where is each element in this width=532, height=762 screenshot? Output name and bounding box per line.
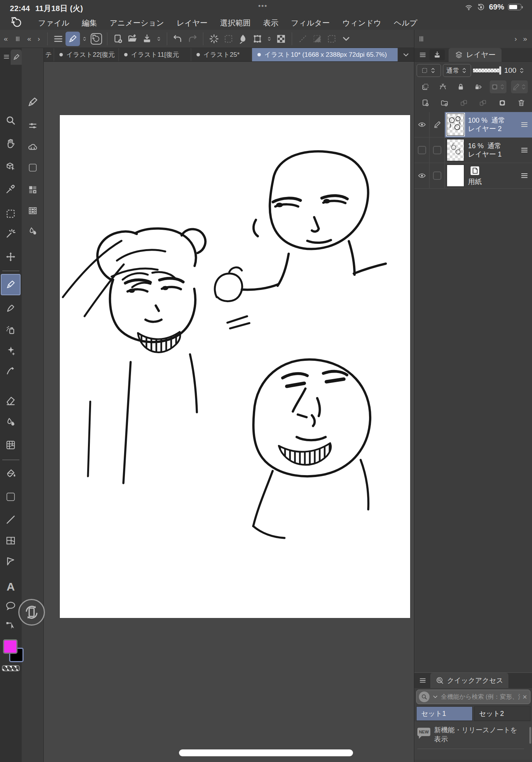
current-tool-button[interactable] bbox=[66, 32, 80, 46]
lock-layer-button[interactable] bbox=[454, 80, 467, 93]
crop-selection-button[interactable] bbox=[296, 32, 310, 46]
paper-thumbnail[interactable] bbox=[447, 165, 464, 187]
dock-cloud-icon[interactable] bbox=[25, 140, 40, 155]
tool-gradient[interactable] bbox=[3, 489, 18, 504]
tool-marker[interactable] bbox=[3, 301, 18, 316]
document-tab-2[interactable]: イラスト11[復元 bbox=[119, 48, 191, 61]
layer-color-combo[interactable] bbox=[417, 64, 441, 77]
layer-visibility-cell[interactable] bbox=[414, 138, 430, 163]
layer-row-paper[interactable]: 用紙 bbox=[414, 163, 532, 189]
panel-collapse-icon[interactable]: › bbox=[514, 35, 517, 43]
tool-frame-border[interactable] bbox=[3, 533, 18, 548]
layer-edit-cell[interactable] bbox=[430, 112, 445, 138]
save-button[interactable] bbox=[140, 32, 154, 46]
tool-balloon[interactable] bbox=[3, 598, 18, 613]
menu-file[interactable]: ファイル bbox=[38, 18, 69, 28]
dock-tool-property-icon[interactable] bbox=[25, 94, 40, 110]
transform-button[interactable] bbox=[250, 32, 265, 46]
show-mask-area-button[interactable] bbox=[511, 80, 528, 93]
canvas-area[interactable] bbox=[44, 62, 414, 762]
tool-zoom[interactable] bbox=[3, 113, 18, 128]
layer-thumbnail[interactable] bbox=[447, 139, 464, 161]
new-canvas-button[interactable] bbox=[111, 32, 125, 46]
lock-transparent-pixels-button[interactable] bbox=[472, 80, 485, 93]
tool-palette-menu-icon[interactable] bbox=[3, 53, 10, 60]
tool-polyline[interactable] bbox=[3, 553, 18, 568]
set-tab-1[interactable]: セット1 bbox=[416, 706, 473, 721]
main-menu-button[interactable] bbox=[51, 32, 66, 46]
transfer-to-layer-button[interactable] bbox=[476, 96, 489, 109]
opacity-updown-icon[interactable] bbox=[518, 67, 525, 74]
tool-fill[interactable] bbox=[3, 466, 18, 481]
tool-decoration[interactable] bbox=[3, 343, 18, 359]
new-folder-button[interactable] bbox=[438, 96, 451, 109]
enable-mask-button[interactable] bbox=[490, 80, 506, 93]
tool-move-layer[interactable] bbox=[3, 249, 18, 264]
palette-dock-button[interactable] bbox=[430, 50, 445, 60]
tool-pen-selected[interactable] bbox=[1, 274, 21, 295]
tool-correct-line[interactable] bbox=[3, 618, 18, 633]
dock-timeline-icon[interactable] bbox=[25, 203, 40, 218]
dock-brush-settings-icon[interactable] bbox=[25, 118, 40, 133]
opacity-slider[interactable] bbox=[473, 69, 501, 72]
quick-access-tab[interactable]: クイックアクセス bbox=[430, 673, 508, 688]
document-tab-active[interactable]: イラスト10* (1668 x 2388px 72dpi 65.7%) bbox=[252, 48, 398, 61]
snap-to-ruler-button[interactable] bbox=[436, 80, 449, 93]
merge-down-button[interactable] bbox=[457, 96, 470, 109]
blend-mode-combo[interactable]: 通常 bbox=[443, 64, 471, 77]
tool-eraser[interactable] bbox=[3, 393, 18, 408]
tool-palette-tab[interactable] bbox=[11, 50, 22, 65]
dock-gradient-map-icon[interactable] bbox=[25, 160, 40, 175]
selection-border-button[interactable] bbox=[324, 32, 339, 46]
drag-grip-icon[interactable] bbox=[14, 35, 21, 42]
clear-button[interactable] bbox=[236, 32, 250, 46]
document-tab-overflow[interactable]: テ bbox=[44, 48, 54, 61]
undo-button[interactable] bbox=[171, 32, 185, 46]
layer-edit-cell[interactable] bbox=[430, 163, 445, 189]
tool-text[interactable]: A bbox=[3, 579, 18, 594]
menu-selection[interactable]: 選択範囲 bbox=[220, 18, 251, 28]
dock-blend-icon[interactable] bbox=[25, 224, 40, 239]
home-indicator[interactable] bbox=[179, 749, 353, 756]
layer-menu-icon[interactable] bbox=[520, 146, 529, 154]
layer-mask-button[interactable] bbox=[496, 96, 509, 109]
tool-auto-select[interactable] bbox=[3, 226, 18, 241]
quick-access-menu-icon[interactable] bbox=[419, 677, 427, 684]
collapse-left-icon[interactable]: « bbox=[4, 35, 8, 43]
tool-operate-3d[interactable] bbox=[3, 158, 18, 174]
clip-studio-home-button[interactable] bbox=[89, 32, 104, 46]
menu-animation[interactable]: アニメーション bbox=[110, 18, 164, 28]
set-tab-2[interactable]: セット2 bbox=[474, 706, 530, 721]
menu-edit[interactable]: 編集 bbox=[82, 18, 97, 28]
layer-menu-icon[interactable] bbox=[520, 171, 529, 180]
clear-outside-selection-button[interactable] bbox=[274, 32, 288, 46]
delete-layer-button[interactable] bbox=[515, 96, 528, 109]
tool-eyedropper[interactable] bbox=[3, 181, 18, 197]
tool-brush[interactable] bbox=[3, 363, 18, 378]
search-input[interactable]: 全機能から検索 (例：変形、油彩ブラ × bbox=[416, 690, 530, 704]
fill-selection-button[interactable] bbox=[310, 32, 324, 46]
deselect-button[interactable] bbox=[207, 32, 221, 46]
layer-edit-cell[interactable] bbox=[430, 138, 445, 163]
document-tab-1[interactable]: イラスト22[復元 bbox=[54, 48, 119, 61]
menu-filter[interactable]: フィルター bbox=[291, 18, 330, 28]
collapse-left2-icon[interactable]: « bbox=[27, 35, 32, 43]
canvas-page[interactable] bbox=[60, 115, 410, 618]
scrollbar[interactable] bbox=[529, 727, 531, 744]
layer-thumbnail[interactable] bbox=[447, 114, 464, 136]
expand-right-icon[interactable]: › bbox=[38, 35, 40, 43]
file-more-updown-icon[interactable] bbox=[154, 32, 163, 46]
menu-window[interactable]: ウィンドウ bbox=[342, 18, 381, 28]
tool-airbrush[interactable] bbox=[3, 322, 18, 338]
redo-button[interactable] bbox=[185, 32, 200, 46]
tool-figure[interactable] bbox=[3, 512, 18, 527]
visibility-checkbox[interactable] bbox=[418, 146, 426, 154]
tool-liquify[interactable] bbox=[3, 437, 18, 453]
layer-visibility-cell[interactable] bbox=[414, 163, 430, 189]
layer-palette-tab[interactable]: レイヤー bbox=[449, 48, 502, 62]
dock-color-set-icon[interactable] bbox=[25, 182, 40, 197]
tool-blend[interactable] bbox=[3, 415, 18, 430]
transparent-color-swatch[interactable] bbox=[2, 665, 20, 671]
reselect-button[interactable] bbox=[221, 32, 236, 46]
clip-studio-logo-icon[interactable] bbox=[11, 17, 23, 29]
